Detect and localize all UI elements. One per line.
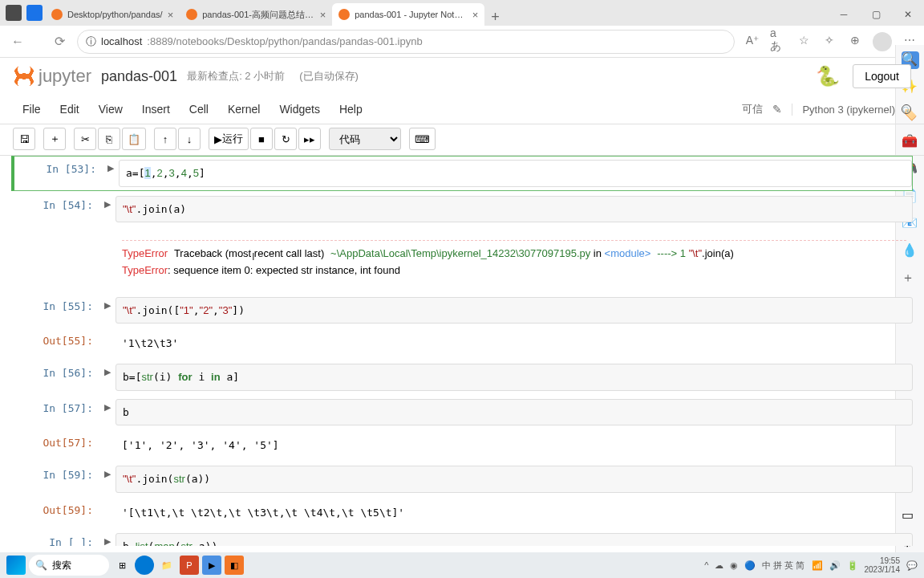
insert-cell-button[interactable]: ＋ <box>43 128 66 150</box>
autosave-status: (已自动保存) <box>299 69 359 83</box>
browser-tab-3[interactable]: pandas-001 - Jupyter Notebook × <box>332 3 484 26</box>
code-cell[interactable]: In [57]: ▶ b <box>11 396 913 429</box>
menu-kernel[interactable]: Kernel <box>218 98 270 120</box>
code-cell[interactable]: In [54]: ▶ "\t".join(a) <box>11 193 913 226</box>
run-cell-icon[interactable]: ▶ <box>99 196 116 223</box>
code-input[interactable]: "\t".join(["1","2","3"]) <box>116 297 913 324</box>
save-button[interactable]: 🖫 <box>13 128 35 150</box>
move-down-button[interactable]: ↓ <box>178 128 201 150</box>
input-prompt: In [ ]: <box>11 533 99 546</box>
close-tab-icon[interactable]: × <box>320 9 326 21</box>
notebook-area[interactable]: In [53]: ▶ a=[1,2,3,4,5] In [54]: ▶ "\t"… <box>0 156 924 546</box>
run-cell-icon[interactable]: ▶ <box>99 364 116 391</box>
menu-edit[interactable]: Edit <box>51 98 89 120</box>
favorites-icon[interactable]: ☆ <box>796 32 812 48</box>
browser-tab-strip: Desktop/python/pandas/ × pandas-001-高频问题… <box>0 0 924 26</box>
output-prompt: Out[59]: <box>11 501 99 525</box>
tab-strip-icon-2[interactable] <box>26 5 43 21</box>
wifi-icon[interactable]: 📶 <box>812 560 823 571</box>
run-button[interactable]: ▶ 运行 <box>209 128 249 150</box>
app-icon[interactable]: ▶ <box>202 556 221 575</box>
jupyter-logo[interactable]: jupyter <box>13 65 91 88</box>
output-prompt: Out[55]: <box>11 332 99 356</box>
code-input[interactable]: b <box>116 399 913 426</box>
search-icon: 🔍 <box>35 560 47 571</box>
menu-widgets[interactable]: Widgets <box>270 98 330 120</box>
close-window-button[interactable]: ✕ <box>892 3 924 26</box>
interrupt-button[interactable]: ■ <box>250 128 273 150</box>
edge-icon[interactable] <box>135 556 154 575</box>
browser-tab-1[interactable]: Desktop/python/pandas/ × <box>45 3 180 26</box>
code-input[interactable]: b=list(map(str,a)) <box>116 533 913 546</box>
menu-cell[interactable]: Cell <box>180 98 218 120</box>
cut-button[interactable]: ✂ <box>74 128 96 150</box>
taskbar-search[interactable]: 🔍 搜索 <box>29 555 109 576</box>
code-cell[interactable]: In [56]: ▶ b=[str(i) for i in a] <box>11 360 913 394</box>
start-button[interactable] <box>6 556 26 575</box>
tab-strip-icon[interactable] <box>6 5 22 21</box>
task-view-icon[interactable]: ⊞ <box>112 556 132 575</box>
code-cell[interactable]: In [ ]: ▶ b=list(map(str,a)) <box>11 530 913 546</box>
minimize-button[interactable]: ─ <box>828 3 860 26</box>
menu-help[interactable]: Help <box>330 98 372 120</box>
tab-title: Desktop/python/pandas/ <box>67 10 163 19</box>
run-cell-icon[interactable]: ▶ <box>99 297 116 324</box>
tray-icon[interactable]: 🔵 <box>744 560 756 571</box>
close-tab-icon[interactable]: × <box>168 9 174 21</box>
code-input[interactable]: "\t".join(str(a)) <box>116 466 913 493</box>
favorites-bar-icon[interactable]: ✧ <box>821 32 837 48</box>
ime-indicator[interactable]: 中 拼 英 简 <box>762 560 804 572</box>
menu-bar: File Edit View Insert Cell Kernel Widget… <box>0 95 924 124</box>
restart-run-all-button[interactable]: ▸▸ <box>298 128 321 150</box>
run-cell-icon[interactable]: ▶ <box>99 399 116 426</box>
restart-button[interactable]: ↻ <box>274 128 297 150</box>
translate-icon[interactable]: aあ <box>770 32 786 48</box>
back-button[interactable]: ← <box>6 31 29 53</box>
url-input[interactable]: ⓘ localhost:8889/notebooks/Desktop/pytho… <box>77 30 735 54</box>
copy-button[interactable]: ⎘ <box>98 128 120 150</box>
code-input[interactable]: b=[str(i) for i in a] <box>116 364 913 391</box>
run-cell-icon[interactable]: ▶ <box>99 533 116 546</box>
run-cell-icon[interactable]: ▶ <box>103 160 119 187</box>
address-bar: ← ⟳ ⓘ localhost:8889/notebooks/Desktop/p… <box>0 26 924 58</box>
python-logo-icon: 🐍 <box>816 65 840 88</box>
tray-icon[interactable]: ◉ <box>730 560 738 571</box>
volume-icon[interactable]: 🔊 <box>829 560 841 571</box>
run-cell-icon[interactable]: ▶ <box>99 466 116 493</box>
code-input[interactable]: "\t".join(a) <box>116 196 913 223</box>
new-tab-button[interactable]: + <box>484 9 506 26</box>
paste-button[interactable]: 📋 <box>122 128 146 150</box>
error-output: TypeError Traceback (most recent call la… <box>116 230 913 289</box>
menu-file[interactable]: File <box>13 98 51 120</box>
menu-insert[interactable]: Insert <box>132 98 180 120</box>
cell-type-select[interactable]: 代码 <box>329 128 401 150</box>
browser-tab-2[interactable]: pandas-001-高频问题总结 - Jupy × <box>180 3 332 26</box>
notebook-title[interactable]: pandas-001 <box>101 68 177 85</box>
collections-icon[interactable]: ⊕ <box>847 32 863 48</box>
notification-icon[interactable]: 💬 <box>906 560 918 571</box>
read-aloud-icon[interactable]: A⁺ <box>744 32 760 48</box>
close-tab-icon[interactable]: × <box>472 9 479 21</box>
edit-mode-icon[interactable]: ✎ <box>772 103 782 116</box>
window-controls: ─ ▢ ✕ <box>828 3 924 26</box>
clock[interactable]: 19:552023/1/14 <box>865 556 901 574</box>
app-icon-2[interactable]: ◧ <box>225 556 244 575</box>
code-cell[interactable]: In [53]: ▶ a=[1,2,3,4,5] <box>11 156 913 191</box>
code-cell[interactable]: In [55]: ▶ "\t".join(["1","2","3"]) <box>11 294 913 328</box>
maximize-button[interactable]: ▢ <box>860 3 892 26</box>
code-cell[interactable]: In [59]: ▶ "\t".join(str(a)) <box>11 462 913 496</box>
powerpoint-icon[interactable]: P <box>180 556 199 575</box>
logout-button[interactable]: Logout <box>853 64 911 88</box>
profile-avatar[interactable] <box>873 32 892 51</box>
kernel-indicator[interactable]: Python 3 (ipykernel) <box>802 104 895 116</box>
refresh-button[interactable]: ⟳ <box>48 31 71 53</box>
move-up-button[interactable]: ↑ <box>154 128 176 150</box>
windows-taskbar: 🔍 搜索 ⊞ 📁 P ▶ ◧ ^ ☁ ◉ 🔵 中 拼 英 简 📶 🔊 🔋 19:… <box>0 552 924 578</box>
code-input[interactable]: a=[1,2,3,4,5] <box>119 160 912 187</box>
command-palette-button[interactable]: ⌨ <box>409 128 436 150</box>
tray-chevron-icon[interactable]: ^ <box>704 560 708 570</box>
menu-view[interactable]: View <box>89 98 132 120</box>
onedrive-icon[interactable]: ☁ <box>715 560 723 571</box>
explorer-icon[interactable]: 📁 <box>157 556 176 575</box>
battery-icon[interactable]: 🔋 <box>847 560 858 571</box>
